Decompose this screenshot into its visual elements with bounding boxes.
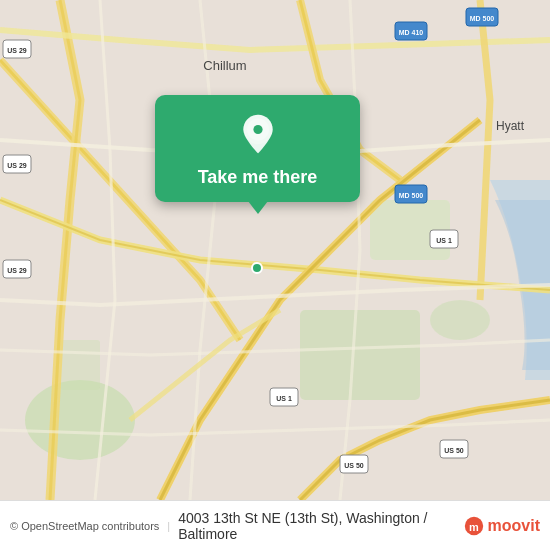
map-background: US 29 US 29 US 29 MD 410 MD 500 MD 500 U… (0, 0, 550, 500)
svg-text:m: m (469, 520, 479, 532)
bottom-bar: © OpenStreetMap contributors | 4003 13th… (0, 500, 550, 550)
svg-text:US 1: US 1 (276, 395, 292, 402)
popup-label: Take me there (198, 167, 318, 188)
copyright-text: © OpenStreetMap contributors (10, 520, 159, 532)
svg-text:MD 410: MD 410 (399, 29, 424, 36)
take-me-there-button[interactable]: Take me there (155, 95, 360, 202)
svg-text:US 29: US 29 (7, 162, 27, 169)
svg-text:US 29: US 29 (7, 267, 27, 274)
svg-text:Chillum: Chillum (203, 58, 246, 73)
moovit-icon: m (463, 515, 485, 537)
svg-point-4 (430, 300, 490, 340)
map-pin-icon (236, 113, 280, 157)
map-container: US 29 US 29 US 29 MD 410 MD 500 MD 500 U… (0, 0, 550, 500)
svg-rect-5 (60, 340, 100, 390)
svg-text:US 50: US 50 (344, 462, 364, 469)
separator: | (167, 520, 170, 532)
moovit-logo: m moovit (463, 515, 540, 537)
svg-point-1 (25, 380, 135, 460)
svg-text:MD 500: MD 500 (470, 15, 495, 22)
svg-text:US 50: US 50 (444, 447, 464, 454)
svg-text:Hyatt: Hyatt (496, 119, 525, 133)
address-label: 4003 13th St NE (13th St), Washington / … (178, 510, 454, 542)
svg-point-28 (252, 263, 262, 273)
svg-rect-2 (300, 310, 420, 400)
svg-text:MD 500: MD 500 (399, 192, 424, 199)
svg-text:US 29: US 29 (7, 47, 27, 54)
svg-text:US 1: US 1 (436, 237, 452, 244)
moovit-text: moovit (488, 517, 540, 535)
svg-point-31 (253, 125, 262, 134)
